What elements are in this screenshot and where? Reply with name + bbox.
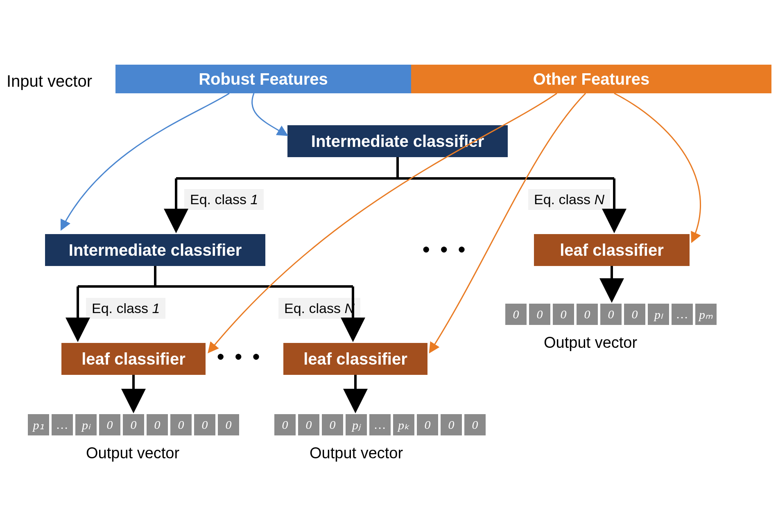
- vector-cell: 0: [417, 414, 438, 435]
- eq-num: N: [344, 300, 355, 316]
- vector-cell: 0: [170, 414, 192, 435]
- vector-cell: 0: [218, 414, 239, 435]
- leaf-classifier-mid: leaf classifier: [283, 343, 427, 375]
- vector-cell: pₗ: [648, 304, 669, 325]
- eq-num: N: [594, 192, 604, 207]
- eq-prefix: Eq. class: [92, 300, 152, 316]
- vector-cell: pⱼ: [346, 414, 367, 435]
- vector-cell: …: [52, 414, 73, 435]
- vector-cell: 0: [577, 304, 598, 325]
- eq-num: 1: [250, 192, 258, 207]
- vector-cell: pₖ: [393, 414, 414, 435]
- ellipsis-bottom: • • •: [217, 345, 262, 368]
- eq-prefix: Eq. class: [284, 300, 344, 316]
- output-vector-left: p₁…pᵢ000000: [28, 414, 239, 435]
- ellipsis-top: • • •: [423, 237, 468, 261]
- vector-cell: 0: [441, 414, 462, 435]
- leaf-classifier-right: leaf classifier: [534, 234, 690, 266]
- vector-cell: 0: [274, 414, 296, 435]
- eq-class-N-top: Eq. class N: [528, 189, 610, 210]
- intermediate-classifier-left: Intermediate classifier: [45, 234, 265, 266]
- leaf-classifier-left: leaf classifier: [61, 343, 206, 375]
- vector-cell: 0: [505, 304, 527, 325]
- vector-cell: 0: [147, 414, 168, 435]
- vector-cell: 0: [99, 414, 120, 435]
- vector-cell: pᵢ: [75, 414, 97, 435]
- vector-cell: 0: [529, 304, 550, 325]
- eq-prefix: Eq. class: [534, 192, 594, 207]
- intermediate-classifier-top: Intermediate classifier: [287, 125, 508, 157]
- output-vector-mid: 000pⱼ…pₖ000: [274, 414, 486, 435]
- robust-features-bar: Robust Features: [115, 65, 411, 93]
- vector-cell: pₘ: [695, 304, 717, 325]
- vector-cell: 0: [600, 304, 622, 325]
- vector-cell: 0: [624, 304, 645, 325]
- eq-num: 1: [152, 300, 160, 316]
- output-vector-right-label: Output vector: [544, 334, 637, 352]
- other-features-bar: Other Features: [411, 65, 771, 93]
- output-vector-mid-label: Output vector: [310, 444, 403, 462]
- output-vector-right: 000000pₗ…pₘ: [505, 304, 717, 325]
- eq-class-N-bottom: Eq. class N: [278, 298, 360, 319]
- input-vector-label: Input vector: [7, 72, 92, 90]
- vector-cell: …: [369, 414, 391, 435]
- vector-cell: 0: [123, 414, 144, 435]
- vector-cell: 0: [194, 414, 215, 435]
- output-vector-left-label: Output vector: [86, 444, 179, 462]
- eq-class-1-bottom: Eq. class 1: [86, 298, 165, 319]
- eq-class-1-top: Eq. class 1: [184, 189, 264, 210]
- vector-cell: 0: [464, 414, 486, 435]
- eq-prefix: Eq. class: [190, 192, 250, 207]
- vector-cell: 0: [298, 414, 319, 435]
- vector-cell: p₁: [28, 414, 49, 435]
- vector-cell: 0: [322, 414, 343, 435]
- vector-cell: 0: [553, 304, 574, 325]
- vector-cell: …: [672, 304, 693, 325]
